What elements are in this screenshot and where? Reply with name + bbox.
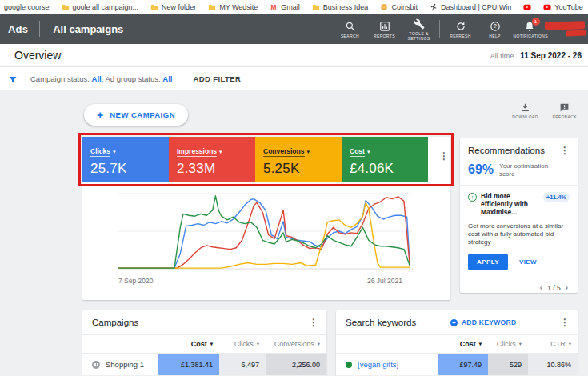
ads-logo[interactable]: Ads bbox=[0, 23, 39, 35]
add-filter-button[interactable]: ADD FILTER bbox=[193, 74, 241, 83]
feedback-button[interactable]: FEEDBACK bbox=[553, 102, 577, 119]
download-button[interactable]: DOWNLOAD bbox=[512, 102, 538, 119]
column-label: Clicks bbox=[234, 340, 254, 348]
bookmark-item[interactable]: Business Idea bbox=[312, 3, 369, 11]
nav-divider bbox=[439, 20, 440, 38]
recommendation-item[interactable]: ↑ Bid more efficiently with Maximise... … bbox=[468, 192, 570, 216]
chart-series-impressions bbox=[118, 197, 410, 268]
view-button[interactable]: VIEW bbox=[519, 258, 537, 266]
campaign-status-label: Campaign status: bbox=[30, 74, 90, 83]
dropdown-icon: ▾ bbox=[367, 149, 370, 154]
campaign-name-cell: Shopping 1 bbox=[82, 354, 158, 375]
nav-tools-settings[interactable]: TOOLS & SETTINGS bbox=[402, 17, 436, 41]
x-axis-end-label: 26 Jul 2021 bbox=[367, 277, 402, 285]
keywords-title: Search keywords bbox=[346, 318, 416, 327]
bookmark-item[interactable]: google course bbox=[4, 3, 50, 11]
chart-plot[interactable] bbox=[118, 189, 413, 272]
campaign-column-conversions[interactable]: Conversions▾ bbox=[266, 340, 326, 348]
dropdown-icon: ▾ bbox=[519, 341, 522, 347]
dropdown-icon: ▾ bbox=[113, 149, 116, 154]
feedback-icon bbox=[559, 102, 570, 112]
date-range-picker[interactable]: All time 11 Sep 2022 - 26 bbox=[490, 51, 582, 60]
bookmark-item[interactable]: Dashboard | CPU Win bbox=[430, 3, 511, 11]
metric-tile-conversions[interactable]: Conversions▾5.25K bbox=[255, 137, 342, 182]
keyword-column-clicks[interactable]: Clicks▾ bbox=[488, 340, 528, 348]
nav-notifications[interactable]: 1NOTIFICATIONS bbox=[512, 19, 546, 38]
page-title: Overview bbox=[14, 49, 61, 62]
campaigns-kebab-icon[interactable]: ⋮ bbox=[309, 318, 318, 327]
plus-circle-icon: + bbox=[450, 319, 458, 326]
campaigns-header-row: Cost▾Clicks▾Conversions▾ bbox=[82, 334, 326, 354]
bookmark-label: google course bbox=[4, 3, 50, 11]
filter-separator: ; bbox=[102, 74, 104, 83]
bookmark-item[interactable]: YouTube bbox=[543, 3, 582, 11]
recommendation-uplift-badge: +11.4% bbox=[543, 192, 570, 202]
header-nav: SEARCHREPORTSTOOLS & SETTINGSREFRESH?HEL… bbox=[333, 14, 546, 44]
campaign-row[interactable]: Shopping 1£1,381.416,4972,256.00 bbox=[82, 354, 326, 376]
keyword-row[interactable]: [vegan gifts]£97.4952910.86% bbox=[336, 354, 578, 376]
bookmark-label: goole all campaign... bbox=[73, 3, 139, 11]
column-label: CTR bbox=[550, 340, 566, 348]
metric-tile-clicks[interactable]: Clicks▾25.7K bbox=[82, 137, 169, 182]
column-label: Cost bbox=[460, 340, 476, 348]
bookmark-item[interactable] bbox=[523, 3, 531, 11]
campaigns-title: Campaigns bbox=[92, 318, 138, 327]
svg-text:M: M bbox=[271, 3, 277, 11]
keywords-kebab-icon[interactable]: ⋮ bbox=[560, 318, 570, 327]
nav-label: TOOLS & SETTINGS bbox=[403, 31, 435, 41]
youtube-icon bbox=[523, 3, 531, 11]
dropdown-icon: ▾ bbox=[257, 341, 259, 347]
metric-value: £4.06K bbox=[350, 161, 420, 177]
apply-button[interactable]: APPLY bbox=[468, 254, 508, 270]
metric-tile-impressions[interactable]: Impressions▾2.33M bbox=[169, 137, 255, 182]
refresh-icon bbox=[455, 21, 466, 32]
x-axis-start-label: 7 Sep 2020 bbox=[118, 277, 153, 285]
filter-bar: Campaign status: All; Ad group status: A… bbox=[0, 67, 588, 90]
campaign-column-cost[interactable]: Cost▾ bbox=[158, 340, 219, 348]
nav-search[interactable]: SEARCH bbox=[333, 19, 367, 38]
nav-help[interactable]: ?HELP bbox=[478, 19, 512, 38]
bookmarks-bar: google coursegoole all campaign...New fo… bbox=[0, 0, 588, 14]
bookmark-label: Coinsbit bbox=[391, 3, 418, 11]
bookmark-item[interactable]: MGmail bbox=[270, 3, 300, 11]
bookmark-item[interactable]: New folder bbox=[150, 3, 196, 11]
folder-icon bbox=[150, 3, 158, 11]
campaign-column-clicks[interactable]: Clicks▾ bbox=[219, 340, 266, 348]
ad-group-status-value: All bbox=[162, 74, 172, 83]
campaigns-rows: Shopping 1£1,381.416,4972,256.00 bbox=[82, 354, 326, 376]
bookmark-item[interactable]: Coinsbit bbox=[380, 3, 418, 11]
bookmark-item[interactable]: MY Wedsite bbox=[208, 3, 258, 11]
nav-reports[interactable]: REPORTS bbox=[367, 19, 402, 38]
new-campaign-button[interactable]: + NEW CAMPAIGN bbox=[84, 104, 188, 126]
download-label: DOWNLOAD bbox=[512, 114, 538, 119]
campaigns-card: Campaigns ⋮ Cost▾Clicks▾Conversions▾ Sho… bbox=[82, 310, 326, 376]
coin-icon bbox=[380, 3, 388, 11]
bookmark-label: Dashboard | CPU Win bbox=[441, 3, 511, 11]
overview-kebab-icon[interactable]: ⋮ bbox=[439, 151, 449, 182]
feedback-label: FEEDBACK bbox=[553, 114, 577, 119]
metric-label-row: Impressions▾ bbox=[177, 142, 247, 157]
keyword-column-ctr[interactable]: CTR▾ bbox=[528, 340, 578, 348]
campaign-metric-cell: 2,256.00 bbox=[266, 354, 326, 375]
youtube-icon bbox=[543, 3, 551, 11]
recommendations-kebab-icon[interactable]: ⋮ bbox=[560, 146, 570, 155]
pager-next-icon[interactable]: › bbox=[566, 284, 568, 292]
bookmark-item[interactable]: goole all campaign... bbox=[62, 3, 139, 11]
keyword-name[interactable]: [vegan gifts] bbox=[358, 360, 398, 369]
metric-tile-cost[interactable]: Cost▾£4.06K bbox=[342, 137, 428, 182]
optimisation-score-caption: Your optimisation score bbox=[499, 162, 555, 178]
column-label: Conversions bbox=[274, 340, 314, 348]
plus-icon: + bbox=[97, 110, 103, 121]
filter-status-text[interactable]: Campaign status: All; Ad group status: A… bbox=[30, 74, 172, 83]
notification-badge: 1 bbox=[532, 18, 540, 26]
keyword-column-cost[interactable]: Cost▾ bbox=[438, 340, 488, 348]
filter-funnel-icon bbox=[8, 74, 18, 83]
nav-refresh[interactable]: REFRESH bbox=[443, 19, 478, 38]
pager-prev-icon[interactable]: ‹ bbox=[540, 284, 542, 292]
add-keyword-button[interactable]: + ADD KEYWORD bbox=[450, 318, 516, 326]
runner-icon bbox=[430, 3, 438, 11]
bookmark-label: Gmail bbox=[281, 3, 300, 11]
campaign-metric-cell: £1,381.41 bbox=[158, 354, 219, 375]
dropdown-icon: ▾ bbox=[318, 341, 320, 347]
campaign-status-value: All bbox=[92, 74, 102, 83]
